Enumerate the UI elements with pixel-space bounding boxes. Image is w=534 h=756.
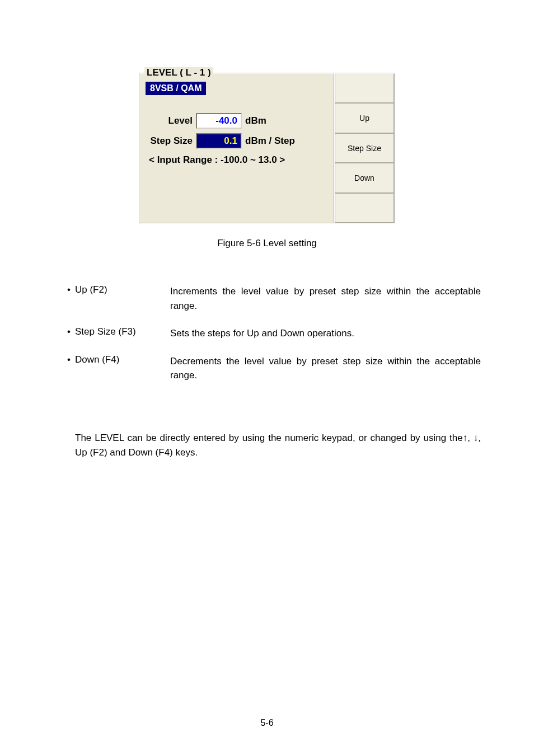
level-rows: Level -40.0 dBm Step Size 0.1 dBm / Step — [146, 113, 328, 149]
down-button[interactable]: Down — [335, 163, 394, 192]
step-unit: dBm / Step — [242, 135, 295, 147]
level-input[interactable]: -40.0 — [196, 113, 242, 129]
level-unit: dBm — [242, 115, 266, 126]
bullet-step: • Step Size (F3) Sets the steps for Up a… — [67, 326, 481, 341]
bullet-desc: Decrements the level value by preset ste… — [170, 354, 481, 383]
bullet-list: • Up (F2) Increments the level value by … — [67, 284, 481, 396]
step-size-button[interactable]: Step Size — [335, 133, 394, 163]
level-panel-screenshot: LEVEL ( L - 1 ) 8VSB / QAM Level -40.0 d… — [139, 73, 395, 224]
level-panel: LEVEL ( L - 1 ) 8VSB / QAM Level -40.0 d… — [139, 73, 335, 224]
panel-title: LEVEL ( L - 1 ) — [144, 67, 213, 78]
bullet-marker: • — [67, 284, 75, 313]
page-number: 5-6 — [0, 718, 534, 728]
bullet-marker: • — [67, 354, 75, 383]
bullet-down: • Down (F4) Decrements the level value b… — [67, 354, 481, 383]
bullet-desc: Sets the steps for Up and Down operation… — [170, 326, 481, 341]
bullet-term: Up (F2) — [75, 284, 170, 313]
step-label: Step Size — [146, 135, 196, 147]
step-row: Step Size 0.1 dBm / Step — [146, 133, 328, 149]
bullet-desc: Increments the level value by preset ste… — [170, 284, 481, 313]
input-range-text: < Input Range : -100.0 ~ 13.0 > — [149, 154, 328, 166]
bullet-term: Step Size (F3) — [75, 326, 170, 341]
bullet-term: Down (F4) — [75, 354, 170, 383]
up-button[interactable]: Up — [335, 103, 394, 133]
bullet-marker: • — [67, 326, 75, 341]
figure-caption: Figure 5-6 Level setting — [0, 238, 534, 249]
soft-button-f5[interactable] — [335, 193, 394, 223]
level-label: Level — [146, 115, 196, 126]
level-row: Level -40.0 dBm — [146, 113, 328, 129]
bullet-up: • Up (F2) Increments the level value by … — [67, 284, 481, 313]
soft-button-column: Up Step Size Down — [335, 73, 395, 224]
note-text: The LEVEL can be directly entered by usi… — [75, 431, 481, 459]
soft-button-f1[interactable] — [335, 74, 394, 103]
step-input[interactable]: 0.1 — [196, 133, 242, 149]
mode-label: 8VSB / QAM — [146, 82, 206, 95]
